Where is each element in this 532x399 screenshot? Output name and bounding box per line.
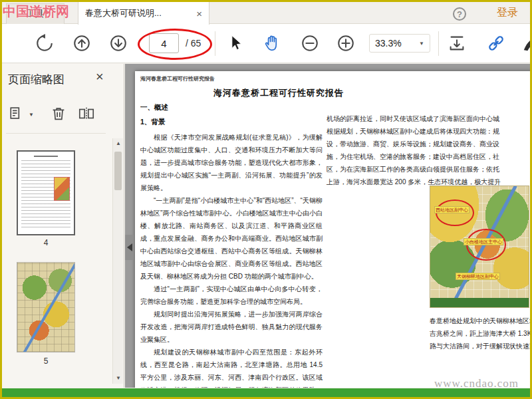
zoom-level-dropdown[interactable]: 33.3% ▼ (369, 34, 430, 53)
thumbnail-page-4-label: 4 (17, 238, 75, 247)
text-line: 机场的距离拉近，同时又使该区域成了滨海新区面向中心城 (327, 112, 501, 125)
login-button[interactable]: 登录 (497, 6, 518, 20)
tab-document[interactable]: 春意大桥可研说明... × (78, 2, 209, 25)
text-line: 根据规划，天钢柳林城区副中心建成后将体现四大功能：规 (327, 125, 501, 138)
previous-view-icon (35, 33, 55, 53)
hand-tool-button[interactable] (261, 33, 283, 54)
left-text-column: 根据《天津市空间发展战略规划(征求意见稿)》，为缓解中心城区功能过度集中、人口、… (140, 131, 323, 388)
text-line: 春意桥地处规划中的天钢柳林地区城市副中心内，位于海津 (430, 315, 530, 327)
paragraph: 通过“一主两副”，实现中心城区由单中心向多中心转变，完善综合服务功能，塑造更加科… (140, 283, 323, 308)
thumbnails-panel: 页面缩略图 × ▼ (2, 64, 124, 388)
scroll-down-icon[interactable]: ▼ (113, 373, 124, 384)
document-title: 海河春意桥工程可行性研究报告 (135, 87, 422, 99)
thumbnail-map-block (54, 177, 70, 201)
planning-map-figure: 西站地区副中心 小白楼地区主中心 天钢柳林地区副中心 (430, 186, 529, 308)
panel-divider (6, 133, 106, 134)
zoom-level-label: 33.3% (375, 38, 419, 49)
text-line: 路与大沽路间，对于缓解现状快速路海津大桥的交通压力， (430, 340, 530, 352)
zoom-in-button[interactable] (335, 33, 356, 54)
map-label: 小白楼地区主中心 (464, 238, 503, 245)
pdf-reader-window: 工具 春意大桥可研说明... × ? 登录 (0, 0, 532, 399)
next-page-button[interactable] (108, 33, 129, 54)
tab-tools-label: 工具 (26, 8, 45, 20)
help-icon[interactable]: ? (453, 7, 466, 21)
collapse-arrow-icon (127, 243, 132, 251)
thumbnail-title-line (34, 156, 58, 157)
paragraph: 规划建设的天钢柳林城市副中心四至范围是：东起外环线，西至昆仑路，南起大沽南路，北… (140, 346, 323, 388)
previous-view-button[interactable] (34, 33, 55, 54)
thumbnail-options-button[interactable] (7, 104, 27, 124)
list-options-icon (9, 105, 26, 122)
paragraph: 规划同时提出沿海河拓展策略，进一步加强海河两岸综合开发改造，把海河两岸打造成特色… (140, 308, 323, 346)
toolbar-separator (438, 31, 439, 56)
paragraph: 根据《天津市空间发展战略规划(征求意见稿)》，为缓解中心城区功能过度集中、人口、… (140, 131, 323, 194)
main-toolbar: / 65 33.3% ▼ (2, 24, 530, 63)
select-tool-button[interactable] (225, 33, 247, 54)
map-green-band (430, 298, 529, 307)
trash-icon (50, 105, 67, 122)
paragraph: “一主两副”是指“小白楼城市主中心”和“西站地区”、“天钢柳林地区”两个综合性城… (140, 194, 323, 283)
cursor-icon (227, 34, 245, 53)
previous-page-button[interactable] (71, 33, 92, 54)
tab-tools[interactable]: 工具 (6, 3, 65, 24)
text-line: 区，为在滨海新区工作的各类高级白领提供居住服务；依托 (327, 163, 501, 176)
map-label: 西站地区副中心 (434, 206, 469, 213)
tab-document-label: 春意大桥可研说明... (85, 7, 192, 19)
text-line: 吉兆桥之间，距上游海津大桥 1.3Km，下游在建的吉兆桥约 (430, 327, 530, 340)
split-pages-icon (78, 105, 95, 122)
map-label: 天钢柳林地区副中心 (456, 273, 500, 280)
document-page: 海河春意桥工程可行性研究报告 海河春意桥工程可行性研究报告 一、概述 1、背景 … (135, 71, 530, 388)
page-down-icon (108, 33, 128, 53)
text-line: 设，带动旅游、商贸、娱乐等设施；规划建设商务、商业设 (327, 138, 501, 150)
thumbnail-page-4[interactable] (17, 150, 75, 235)
fit-width-icon (447, 33, 467, 53)
text-line: 施，为住宅机场、空港的旅客服务；建设中高档居住区，社 (327, 150, 501, 163)
zoom-out-icon (300, 33, 320, 53)
clipped-toolbar-button[interactable] (521, 33, 532, 54)
section-heading-1: 一、概述 (140, 103, 168, 112)
zoom-in-icon (336, 33, 356, 53)
split-pages-button[interactable] (76, 104, 96, 124)
toolbar-separator (215, 31, 215, 56)
thumbnail-page-5-label: 5 (17, 356, 75, 366)
section-heading-2: 1、背景 (140, 118, 165, 127)
panel-title: 页面缩略图 (8, 72, 65, 87)
link-icon (486, 33, 506, 53)
page-up-icon (72, 33, 92, 53)
thumbnail-page-5[interactable] (17, 262, 75, 352)
page-total-label: / 65 (186, 38, 201, 49)
sidebar-scrollbar[interactable]: ▲ ▼ (112, 138, 123, 384)
chevron-down-icon[interactable]: ▼ (29, 112, 34, 118)
delete-page-button[interactable] (49, 104, 68, 124)
hand-icon (262, 33, 282, 53)
tab-close-icon[interactable]: × (192, 8, 202, 19)
running-header: 海河春意桥工程可行性研究报告 (140, 75, 215, 82)
scrollbar-thumb[interactable] (114, 152, 122, 190)
chevron-down-icon: ▼ (419, 41, 424, 47)
sidebar-collapse-handle[interactable] (125, 235, 134, 260)
fit-width-button[interactable] (446, 33, 467, 54)
document-viewport[interactable]: 海河春意桥工程可行性研究报告 海河春意桥工程可行性研究报告 一、概述 1、背景 … (125, 64, 530, 388)
scroll-up-icon[interactable]: ▲ (113, 138, 124, 149)
bottom-green-bar (2, 388, 530, 397)
right-text-column-bottom: 春意桥地处规划中的天钢柳林地区城市副中心内，位于海津 吉兆桥之间，距上游海津大桥… (430, 315, 530, 352)
link-tool-button[interactable] (485, 33, 507, 54)
pen-icon (521, 33, 532, 53)
panel-close-icon[interactable]: × (96, 69, 104, 84)
page-number-input[interactable] (149, 33, 179, 53)
right-text-column-top: 机场的距离拉近，同时又使该区域成了滨海新区面向中心城 根据规划，天钢柳林城区副中… (327, 112, 501, 188)
zoom-out-button[interactable] (299, 33, 321, 54)
tab-bar: 工具 春意大桥可研说明... × ? 登录 (2, 2, 530, 24)
